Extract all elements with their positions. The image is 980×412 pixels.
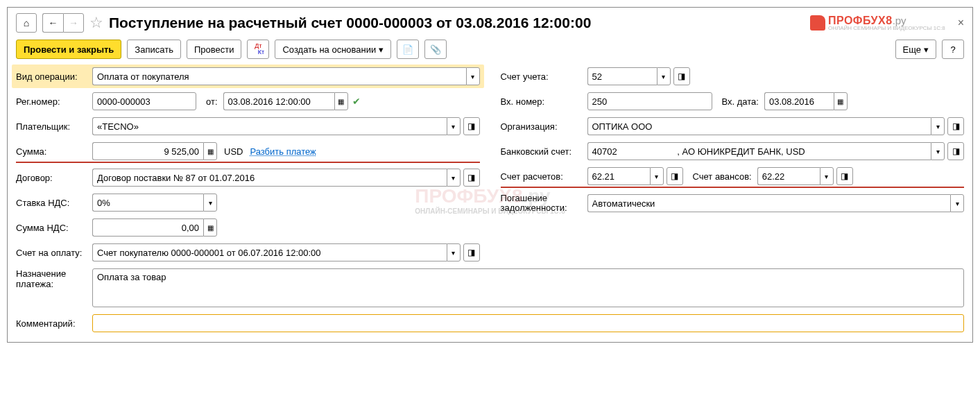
open-icon[interactable]: ◨	[836, 167, 853, 185]
dropdown-icon[interactable]: ▾	[931, 117, 945, 135]
calendar-icon[interactable]: ▦	[834, 92, 848, 110]
op-type-label: Вид операции:	[16, 71, 92, 82]
calculator-icon[interactable]: ▦	[203, 218, 217, 237]
dropdown-icon[interactable]: ▾	[466, 67, 480, 85]
dropdown-icon[interactable]: ▾	[447, 169, 461, 187]
account-label: Счет учета:	[501, 71, 587, 82]
org-label: Организация:	[501, 121, 587, 132]
dropdown-icon[interactable]: ▾	[203, 194, 217, 212]
comment-label: Комментарий:	[16, 318, 92, 329]
favorite-star-icon[interactable]: ☆	[89, 14, 103, 32]
attach-button[interactable]: 📎	[424, 40, 447, 59]
write-button[interactable]: Записать	[127, 40, 181, 59]
payer-input[interactable]	[92, 117, 447, 135]
post-button[interactable]: Провести	[187, 40, 242, 59]
vat-sum-input[interactable]	[92, 218, 203, 237]
open-icon[interactable]: ◨	[947, 117, 964, 135]
open-icon[interactable]: ◨	[947, 142, 964, 160]
vat-rate-label: Ставка НДС:	[16, 198, 92, 208]
dtkt-button[interactable]: ДтКт	[247, 40, 269, 59]
bank-input[interactable]	[587, 142, 931, 160]
sum-label: Сумма:	[16, 146, 92, 157]
advance-input[interactable]	[757, 167, 820, 185]
reg-num-label: Рег.номер:	[16, 96, 92, 107]
open-icon[interactable]: ◨	[463, 243, 480, 261]
open-icon[interactable]: ◨	[673, 67, 690, 85]
date-input[interactable]	[223, 92, 334, 110]
in-date-input[interactable]	[764, 92, 834, 110]
invoice-label: Счет на оплату:	[16, 248, 92, 258]
open-icon[interactable]: ◨	[667, 167, 683, 185]
org-input[interactable]	[587, 117, 931, 135]
more-button[interactable]: Еще ▾	[895, 40, 936, 59]
settle-label: Счет расчетов:	[501, 171, 587, 182]
report-button[interactable]: 📄	[397, 40, 419, 59]
in-num-input[interactable]	[587, 92, 712, 110]
purpose-label: Назначение платежа:	[16, 268, 92, 289]
purpose-textarea[interactable]	[92, 268, 964, 307]
account-input[interactable]	[587, 67, 657, 85]
dropdown-icon[interactable]: ▾	[447, 243, 461, 261]
dropdown-icon[interactable]: ▾	[950, 194, 964, 212]
logo-icon	[810, 15, 825, 31]
open-icon[interactable]: ◨	[463, 117, 480, 135]
calendar-icon[interactable]: ▦	[334, 92, 348, 110]
bank-label: Банковский счет:	[501, 146, 587, 157]
invoice-input[interactable]	[92, 243, 447, 261]
open-icon[interactable]: ◨	[463, 169, 480, 187]
settle-input[interactable]	[587, 167, 650, 185]
logo: ПРОФБУХ8.ру ОНЛАЙН СЕМИНАРЫ И ВИДЕОКУРСЫ…	[810, 15, 945, 31]
vat-rate-input[interactable]	[92, 194, 203, 212]
close-icon[interactable]: ×	[958, 17, 964, 29]
contract-label: Договор:	[16, 173, 92, 183]
in-date-label: Вх. дата:	[722, 96, 759, 107]
payer-label: Плательщик:	[16, 121, 92, 132]
chevron-down-icon: ▾	[379, 44, 384, 55]
in-num-label: Вх. номер:	[501, 96, 587, 107]
currency-label: USD	[224, 146, 243, 157]
debt-label: Погашение задолженности:	[501, 194, 587, 213]
comment-input[interactable]	[92, 314, 964, 332]
home-button[interactable]: ⌂	[16, 13, 37, 33]
help-button[interactable]: ?	[942, 40, 964, 59]
dropdown-icon[interactable]: ▾	[447, 117, 461, 135]
check-icon: ✔	[352, 96, 361, 107]
chevron-down-icon: ▾	[924, 44, 929, 55]
calculator-icon[interactable]: ▦	[203, 142, 217, 160]
contract-input[interactable]	[92, 169, 447, 187]
post-close-button[interactable]: Провести и закрыть	[16, 40, 121, 59]
sum-input[interactable]	[92, 142, 203, 160]
debt-input[interactable]	[587, 194, 951, 212]
vat-sum-label: Сумма НДС:	[16, 223, 92, 233]
dropdown-icon[interactable]: ▾	[657, 67, 671, 85]
reg-num-input[interactable]	[92, 92, 196, 110]
create-based-button[interactable]: Создать на основании ▾	[275, 40, 391, 59]
split-payment-link[interactable]: Разбить платеж	[250, 146, 316, 157]
dropdown-icon[interactable]: ▾	[931, 142, 945, 160]
back-button[interactable]: ←	[42, 13, 63, 33]
page-title: Поступление на расчетный счет 0000-00000…	[109, 15, 805, 31]
date-from-label: от:	[206, 96, 218, 107]
op-type-input[interactable]	[92, 67, 466, 85]
dropdown-icon[interactable]: ▾	[820, 167, 834, 185]
advance-label: Счет авансов:	[693, 171, 752, 182]
forward-button[interactable]: →	[63, 13, 84, 33]
dropdown-icon[interactable]: ▾	[650, 167, 664, 185]
